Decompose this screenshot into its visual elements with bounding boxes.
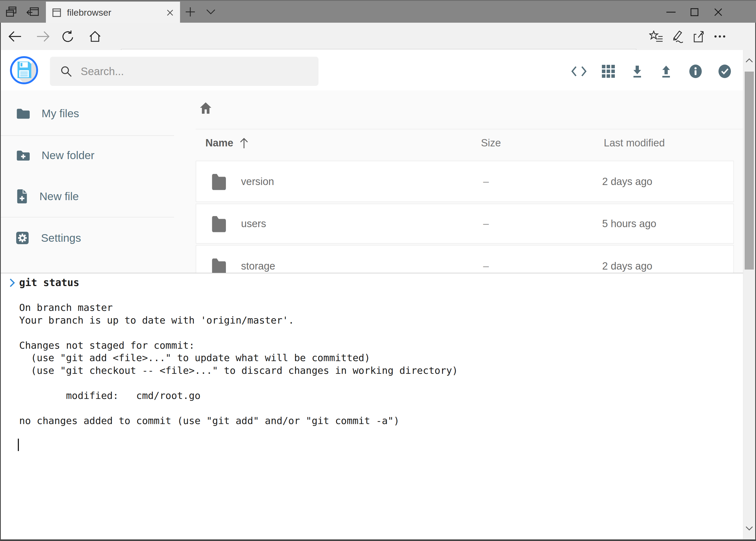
column-header-name[interactable]: Name: [205, 137, 249, 149]
close-window-button[interactable]: [707, 1, 730, 24]
download-icon[interactable]: [626, 60, 649, 83]
file-name: users: [241, 218, 266, 230]
window-border-left: [0, 23, 1, 541]
page-icon: [52, 8, 62, 18]
browser-window: filebrowser: [0, 0, 756, 541]
prompt-chevron-icon: [9, 277, 16, 288]
sidebar-item-label: Settings: [41, 232, 81, 245]
sidebar-item-label: New file: [39, 190, 79, 203]
column-header-size[interactable]: Size: [481, 137, 501, 149]
file-name: version: [241, 176, 274, 187]
titlebar: filebrowser: [0, 0, 756, 23]
page-scrollbar[interactable]: [743, 50, 755, 539]
minimize-button[interactable]: [659, 1, 682, 24]
folder-icon: [211, 257, 226, 275]
sidebar-item-my-files[interactable]: My files: [1, 100, 175, 127]
file-row-version[interactable]: version – 2 days ago: [196, 161, 734, 202]
scroll-down-icon[interactable]: [743, 518, 755, 539]
close-tab-icon[interactable]: [166, 9, 174, 17]
sidebar-item-label: New folder: [42, 149, 95, 162]
breadcrumb-home-icon[interactable]: [199, 101, 213, 115]
file-size: –: [483, 218, 489, 230]
search-icon: [60, 65, 72, 77]
sidebar-divider: [1, 217, 174, 218]
refresh-icon[interactable]: [59, 28, 77, 45]
folder-icon: [211, 214, 226, 233]
code-icon[interactable]: [567, 60, 591, 83]
app-header: [1, 50, 755, 91]
favorites-hub-icon[interactable]: [647, 28, 665, 45]
window-border-bottom: [0, 539, 756, 541]
terminal-output: On branch master Your branch is up to da…: [19, 301, 458, 427]
tab-previews-chevron-icon[interactable]: [203, 4, 219, 20]
create-folder-icon: [16, 149, 30, 161]
info-icon[interactable]: [684, 60, 707, 83]
tab-title: filebrowser: [67, 7, 166, 18]
create-file-icon: [16, 189, 28, 204]
tabs-set-aside-icon[interactable]: [4, 4, 19, 20]
scrollbar-thumb[interactable]: [745, 72, 754, 270]
web-notes-pen-icon[interactable]: [668, 28, 686, 45]
share-icon[interactable]: [690, 28, 707, 45]
forward-icon[interactable]: [34, 28, 52, 45]
settings-more-icon[interactable]: [711, 28, 729, 45]
set-tabs-aside-icon[interactable]: [25, 4, 41, 20]
file-size: –: [483, 176, 489, 187]
sort-ascending-icon: [239, 138, 249, 149]
filebrowser-logo-icon: [10, 56, 38, 84]
listing-divider: [196, 129, 743, 129]
file-modified: 5 hours ago: [602, 218, 656, 230]
search-input[interactable]: [80, 65, 303, 78]
terminal-command: git status: [19, 276, 79, 289]
sidebar-item-new-file[interactable]: New file: [1, 183, 175, 210]
folder-icon: [211, 172, 226, 191]
file-modified: 2 days ago: [602, 260, 652, 272]
search-bar[interactable]: [50, 57, 319, 86]
folder-icon: [16, 108, 30, 119]
new-tab-button[interactable]: [182, 4, 198, 20]
sidebar-item-label: My files: [42, 107, 79, 120]
sidebar-item-new-folder[interactable]: New folder: [1, 142, 175, 169]
back-icon[interactable]: [6, 28, 24, 45]
scroll-up-icon[interactable]: [743, 50, 755, 71]
settings-icon: [16, 231, 29, 245]
grid-view-icon[interactable]: [597, 60, 620, 83]
column-header-modified[interactable]: Last modified: [604, 137, 665, 149]
sidebar-item-settings[interactable]: Settings: [1, 224, 175, 252]
sidebar-divider: [1, 135, 174, 136]
file-row-users[interactable]: users – 5 hours ago: [196, 204, 734, 244]
terminal-cursor: [18, 439, 19, 451]
browser-tab[interactable]: filebrowser: [46, 2, 180, 24]
browser-nav-bar: filebrowser.web /files/: [0, 23, 756, 50]
file-size: –: [483, 260, 489, 272]
upload-icon[interactable]: [654, 60, 678, 83]
file-name: storage: [241, 260, 275, 272]
file-modified: 2 days ago: [602, 176, 652, 187]
terminal-panel[interactable]: git status On branch master Your branch …: [1, 273, 743, 539]
home-nav-icon[interactable]: [86, 28, 104, 45]
maximize-button[interactable]: [683, 1, 706, 24]
check-circle-icon[interactable]: [713, 60, 736, 83]
